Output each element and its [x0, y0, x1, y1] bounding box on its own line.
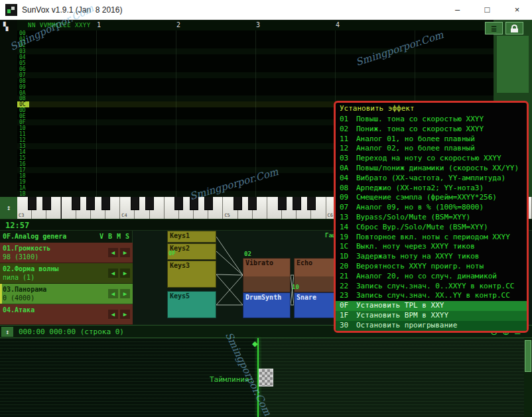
increment-button[interactable]: ▶	[120, 310, 130, 319]
controller-arrows: ◀ ▶	[108, 248, 130, 257]
pattern-row[interactable]: 01	[17, 36, 494, 42]
timeline-pattern-thumb[interactable]	[259, 369, 273, 387]
app-icon[interactable]	[5, 4, 17, 16]
controller-row[interactable]: 01.Громкость 98 (3100) ◀ ▶	[0, 243, 133, 263]
effect-menu-item[interactable]: 30 Остановить проигрывание	[336, 321, 527, 331]
effect-menu-item[interactable]: 12 Аналог 02, но более плавный	[336, 144, 527, 154]
controller-row[interactable]: 03.Панорама 0 (4000) ◀ ▶	[0, 284, 133, 304]
effect-menu-item[interactable]: 1F Установить BPM в XXYY	[336, 311, 527, 321]
piano-black-key[interactable]	[293, 197, 301, 210]
module-header-tab[interactable]: B	[108, 231, 112, 243]
effect-code: 0F	[340, 301, 356, 311]
piano-black-key[interactable]	[278, 197, 287, 210]
module-header-tab[interactable]: S	[125, 231, 129, 243]
octave-label: C3	[19, 213, 24, 218]
row-number: 17	[17, 167, 29, 173]
effect-menu-item[interactable]: 13 Bypass/Solo/Mute (BSM=XYY)	[336, 213, 527, 223]
piano-black-key[interactable]	[131, 197, 139, 210]
piano-black-key[interactable]	[233, 197, 242, 210]
decrement-button[interactable]: ◀	[108, 268, 118, 278]
pattern-row[interactable]: 04	[17, 54, 494, 60]
pattern-row[interactable]: 0A	[17, 90, 494, 96]
piano-black-key[interactable]	[190, 197, 198, 210]
maximize-button[interactable]: □	[472, 0, 502, 20]
lock-button[interactable]	[505, 22, 523, 34]
pattern-row[interactable]: 03	[17, 48, 494, 54]
effect-menu-item[interactable]: 0A Повыш/пониж динамики (скорость XX/YY)	[336, 164, 527, 174]
pattern-scale-icon[interactable]: ▚	[3, 22, 8, 31]
effect-description: Выкл. ноту через XXYY тиков	[356, 242, 475, 252]
row-number: 05	[17, 60, 29, 66]
effect-menu-item[interactable]: 1D Задержать ноту на XXYY тиков	[336, 252, 527, 262]
piano-black-key[interactable]	[86, 197, 95, 210]
piano-black-key[interactable]	[42, 197, 51, 210]
effect-description: Остановить проигрывание	[356, 321, 457, 331]
pattern-row[interactable]: 06	[17, 66, 494, 72]
pattern-row[interactable]: 08	[17, 78, 494, 84]
octave-label: C5	[224, 213, 230, 218]
pattern-row[interactable]: 07	[17, 72, 494, 78]
effect-menu-item[interactable]: 1C Выкл. ноту через XXYY тиков	[336, 242, 527, 252]
minimize-button[interactable]: –	[442, 0, 472, 20]
effect-code: 02	[340, 125, 356, 135]
playhead-marker-icon[interactable]: ◆	[252, 339, 257, 348]
effect-menu-item[interactable]: 03 Переход на ноту со скоростью XXYY	[336, 154, 527, 164]
effect-description: Установить BPM в XXYY	[356, 311, 448, 321]
effect-code: 09	[340, 193, 356, 203]
effect-menu-item[interactable]: 22 Запись случ.знач. 0..XXYY в контр.CC	[336, 282, 527, 292]
effect-menu-item[interactable]: 07 Аналог 09, но в % (100%=8000)	[336, 203, 527, 213]
piano-black-key[interactable]	[101, 197, 110, 210]
piano-black-key[interactable]	[307, 197, 316, 210]
module-header-tab[interactable]: V	[100, 231, 103, 243]
effect-description: Переход на ноту со скоростью XXYY	[356, 154, 501, 164]
effect-menu-item[interactable]: 23 Запись случ.знач. XX..YY в контр.CC	[336, 291, 527, 301]
pattern-row[interactable]: 09	[17, 84, 494, 90]
effect-menu-item[interactable]: 08 Арпеджио (XX-нота2; YY-нота3)	[336, 184, 527, 194]
pattern-row[interactable]: 05	[17, 60, 494, 66]
effect-menu-item[interactable]: 14 Сброс Byp./Solo/Mute (BSM=XYY)	[336, 223, 527, 233]
pattern-minimap[interactable]	[497, 36, 529, 93]
decrement-button[interactable]: ◀	[108, 289, 118, 298]
piano-black-key[interactable]	[28, 197, 36, 210]
pattern-row[interactable]: 00	[17, 30, 494, 36]
effect-menu-item[interactable]: 21 Аналог 20, но со случ. динамикой	[336, 272, 527, 282]
piano-black-key[interactable]	[145, 197, 154, 210]
effect-menu-item[interactable]: 11 Аналог 01, но более плавный	[336, 135, 527, 145]
ruler-mark[interactable]: 2	[176, 21, 180, 29]
piano-black-key[interactable]	[72, 197, 80, 210]
module-header: 0F.Analog genera VBMS	[0, 231, 132, 243]
controller-row[interactable]: 02.Форма волны пила (1) ◀ ▶	[0, 263, 133, 284]
effect-menu-item[interactable]: 04 Вибрато (XX-частота, YY-амплитуда)	[336, 174, 527, 184]
effect-menu-item[interactable]: 0F Установить TPL в XXY	[336, 301, 527, 311]
ruler-mark[interactable]: 3	[256, 21, 260, 29]
decrement-button[interactable]: ◀	[108, 248, 118, 257]
effect-description: Вероятность XXYY проигр. ноты	[356, 262, 484, 272]
timeline-scrollbar[interactable]	[524, 338, 532, 417]
keyboard-scroll-button[interactable]: ↕	[0, 197, 17, 219]
increment-button[interactable]: ▶	[120, 268, 130, 278]
module-name: 0F.Analog genera	[3, 231, 66, 243]
close-button[interactable]: ×	[502, 0, 532, 20]
increment-button[interactable]: ▶	[120, 289, 130, 298]
controller-row[interactable]: 04.Атака ◀ ▶	[0, 304, 133, 325]
octave-label: C6	[328, 213, 333, 218]
increment-button[interactable]: ▶	[120, 248, 130, 257]
main-menu-button[interactable]: ≡	[485, 22, 503, 34]
timeline-scroll-button[interactable]: ↕	[1, 327, 13, 337]
app-icon-pixel	[7, 9, 11, 13]
row-number: 06	[17, 66, 29, 72]
pattern-row[interactable]: 02	[17, 42, 494, 48]
effect-menu-item[interactable]: 09 Смещение сэмпла (фрейм=XXYY*256)	[336, 193, 527, 203]
module-header-tab[interactable]: M	[117, 231, 121, 243]
piano-black-key[interactable]	[248, 197, 257, 210]
effect-menu-item[interactable]: 20 Вероятность XXYY проигр. ноты	[336, 262, 527, 272]
decrement-button[interactable]: ◀	[108, 310, 118, 319]
effect-menu-item[interactable]: 02 Пониж. тона со скоростью XXYY	[336, 125, 527, 135]
effect-menu-item[interactable]: 19 Повторное вкл. ноты с периодом XXYY	[336, 233, 527, 243]
piano-black-key[interactable]	[204, 197, 213, 210]
piano-black-key[interactable]	[174, 197, 183, 210]
scrollbar-thumb[interactable]	[525, 340, 531, 372]
ruler-mark[interactable]: 1	[97, 21, 101, 29]
ruler-mark[interactable]: 4	[336, 21, 340, 29]
effect-menu-item[interactable]: 01 Повыш. тона со скоростью XXYY	[336, 115, 527, 125]
